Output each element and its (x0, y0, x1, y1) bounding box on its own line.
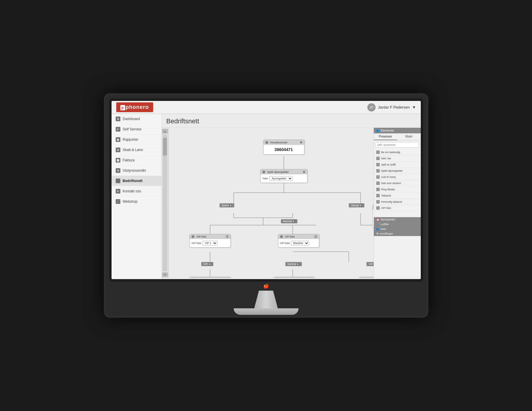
top-bar: pphonero JP Jardar F Pedersen ▼ (112, 101, 421, 114)
content-header: Bedriftsnett (162, 114, 421, 128)
vip2-label: VIP ▶ (366, 262, 374, 266)
link-meny-icon (376, 175, 380, 179)
user-name: Jardar F Pedersen (378, 105, 410, 109)
sidebar-item-dashboard[interactable]: 🖥 Dashboard (112, 114, 161, 124)
node-spill-lydfil-1[interactable]: Spill av lydfil × Lyd Prioritert (189, 277, 231, 278)
node-be-om-tastevalg[interactable]: Be om tastevalg × Lyd Vanlig (274, 277, 315, 278)
panel-item-be-om-tastevalg[interactable]: Be om tastevalg (374, 149, 421, 155)
panel-search-input[interactable] (376, 142, 419, 148)
vip-liste-2-icon (280, 235, 283, 238)
sidebar-item-webshop[interactable]: 🛒 Webshop (112, 197, 161, 207)
sidebar-item-utstyrsoversikt[interactable]: 🖥 Utstyrsoversikt (112, 166, 161, 176)
tastevalg-close[interactable]: × (310, 278, 313, 278)
section-innstillinger[interactable]: ⚙ Innstillinger (374, 231, 421, 236)
stengt-arrow: ▶ (360, 204, 362, 207)
panel-item-label-4: Link til meny (381, 176, 396, 179)
panel-item-link-til-meny[interactable]: Link til meny (374, 174, 421, 180)
sidebar-item-faktura[interactable]: 📄 Faktura (112, 155, 161, 166)
panel-item-personlig-talepost[interactable]: Personlig talepost (374, 199, 421, 205)
panel-item-sett-over-ekstern[interactable]: Sett over ekstern (374, 180, 421, 186)
user-area[interactable]: JP Jardar F Pedersen ▼ (367, 103, 416, 112)
hovednummer-gear[interactable]: ⚙ (300, 141, 302, 144)
tab-maler[interactable]: Maler (397, 133, 421, 140)
panel-item-ring-tilbake[interactable]: Ring tilbake (374, 186, 421, 193)
webshop-icon: 🛒 (116, 199, 120, 204)
scroll-up-btn[interactable]: ▲ (162, 129, 168, 133)
talepost-header: Talepost × (373, 205, 374, 209)
section-apningstider[interactable]: ⏰ Åpningstider (374, 217, 421, 222)
node-hovednummer[interactable]: Hovednummer ⚙ 38604471 (263, 140, 305, 155)
sidebar-label-bedriftsnett: Bedriftsnett (123, 179, 143, 183)
sidebar-item-self-service[interactable]: ✉ Self Service (112, 124, 161, 135)
node-talepost[interactable]: Talepost × Kø Administra (372, 204, 374, 228)
self-service-icon: ✉ (116, 127, 120, 132)
page-title: Bedriftsnett (166, 117, 416, 125)
panel-item-sjekk-apningstider[interactable]: Sjekk åpningstider (374, 168, 421, 174)
dropdown-arrow[interactable]: ▼ (412, 105, 416, 109)
tab-prosesser[interactable]: Prosesser (374, 133, 397, 140)
apple-logo: 🍎 (263, 281, 269, 291)
vip-liste-2-field: VIP-liste Blacklist (280, 241, 317, 245)
sidebar-item-rapporter[interactable]: 📋 Rapporter (112, 135, 161, 145)
avatar: JP (367, 103, 376, 112)
sett-over-icon (376, 181, 380, 185)
lydfiler-section-icon: 🔊 (376, 223, 379, 226)
talepost-body: Kø Administra Intro Stengt (373, 209, 374, 227)
vip-liste-1-select[interactable]: VIP 1 (202, 241, 217, 245)
spill-2-header: Spill av lydfil × (359, 277, 374, 278)
sidebar-item-skatt-lonn[interactable]: 🖥 Skatt & Lønn (112, 145, 161, 155)
kontakt-oss-icon: ⚙ (116, 189, 120, 194)
vip-liste-1-field-label: VIP-liste (191, 242, 202, 245)
scroll-track (163, 135, 167, 271)
sidebar-item-bedriftsnett[interactable]: 🎧 Bedriftsnett (112, 176, 161, 186)
hovednummer-body: 38604471 (263, 145, 304, 154)
vip-liste-1-close[interactable]: × (226, 235, 229, 238)
vip-liste-2-label: VIP-liste (285, 235, 295, 238)
sidebar-label-dashboard: Dashboard (123, 117, 140, 121)
node-vip-liste-2[interactable]: VIP-liste × VIP-liste Blacklist (278, 234, 319, 248)
vip2-text: VIP (369, 263, 373, 266)
monitor-outer: pphonero JP Jardar F Pedersen ▼ 🖥 Dashbo… (104, 93, 428, 318)
vip-liste-2-body: VIP-liste Blacklist (278, 239, 319, 247)
panel-item-spill-lydfil[interactable]: Spill av lydfil (374, 162, 421, 168)
panel-item-sett-i-ko[interactable]: Sett i kø (374, 155, 421, 162)
sjekk-ap-icon (376, 169, 380, 173)
scroll-thumb[interactable] (163, 138, 167, 155)
vip-liste-1-body: VIP-liste VIP 1 (190, 239, 230, 247)
be-om-tastevalg-icon (376, 150, 380, 154)
tastevalg-header: Be om tastevalg × (274, 277, 315, 278)
sjekk-gear[interactable]: ⚙ (303, 170, 305, 173)
sjekk-field: Tider Åpningstider (262, 176, 305, 181)
screen: pphonero JP Jardar F Pedersen ▼ 🖥 Dashbo… (112, 101, 421, 279)
sjekk-label: Sjekk åpningstider (267, 171, 289, 173)
panel-item-label-1: Sett i kø (381, 157, 391, 160)
node-sjekk-apningstider[interactable]: Sjekk åpningstider ⚙ Tider Åpningstider (260, 169, 307, 183)
vip-liste-1-label: VIP-liste (197, 235, 207, 238)
vip-liste-2-close[interactable]: × (314, 235, 317, 238)
vip-liste-2-header: VIP-liste × (278, 234, 319, 239)
talepost-panel-icon (376, 194, 380, 197)
sjekk-field-label: Tider (262, 177, 268, 180)
vip-liste-2-select[interactable]: Blacklist (291, 241, 309, 245)
node-hovednummer-header: Hovednummer ⚙ (263, 140, 304, 145)
node-spill-lydfil-2[interactable]: Spill av lydfil × Lyd Blacklist (359, 277, 374, 278)
section-koer[interactable]: 👥 Køer (374, 227, 421, 231)
panel-item-talepost[interactable]: Talepost (374, 193, 421, 199)
vip-liste-panel-icon (376, 206, 380, 210)
normal2-arrow: ▶ (297, 263, 299, 265)
stand-neck (254, 291, 278, 308)
scroll-down-btn[interactable]: ▼ (162, 273, 168, 277)
sidebar-label-skatt-lonn: Skatt & Lønn (123, 148, 143, 152)
spill-1-close[interactable]: × (226, 278, 229, 278)
panel-item-vip-liste[interactable]: VIP-liste (374, 205, 421, 211)
panel-tabs: Prosesser Maler (374, 133, 421, 140)
normal2-label: Normal ▶ (285, 262, 302, 266)
spill-2-label: Spill av lydfil (366, 278, 374, 278)
section-lydfiler[interactable]: 🔊 Lydfiler (374, 222, 421, 227)
spill-1-label: Spill av lydfil (197, 278, 211, 278)
node-vip-liste-1[interactable]: VIP-liste × VIP-liste VIP 1 (189, 234, 231, 248)
scroll-area: ▲ ▼ (162, 128, 169, 278)
sidebar-item-kontakt-oss[interactable]: ⚙ Kontakt oss (112, 186, 161, 197)
sjekk-select[interactable]: Åpningstider (269, 176, 293, 181)
apningstider-section-icon: ⏰ (376, 218, 379, 221)
